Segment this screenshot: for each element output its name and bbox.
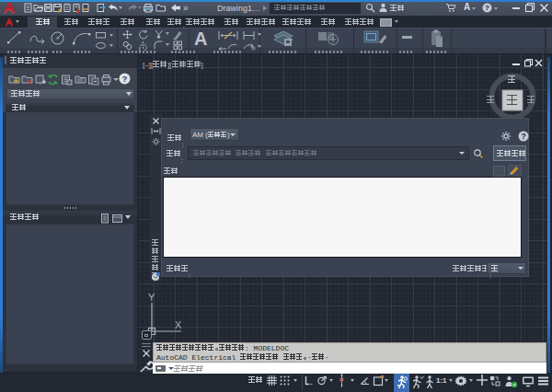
svg-text:?: ?	[521, 132, 525, 141]
svg-text:?: ?	[122, 75, 128, 84]
svg-text:X: X	[175, 319, 182, 330]
svg-text:?: ?	[485, 4, 489, 12]
svg-text:Y: Y	[148, 292, 155, 303]
